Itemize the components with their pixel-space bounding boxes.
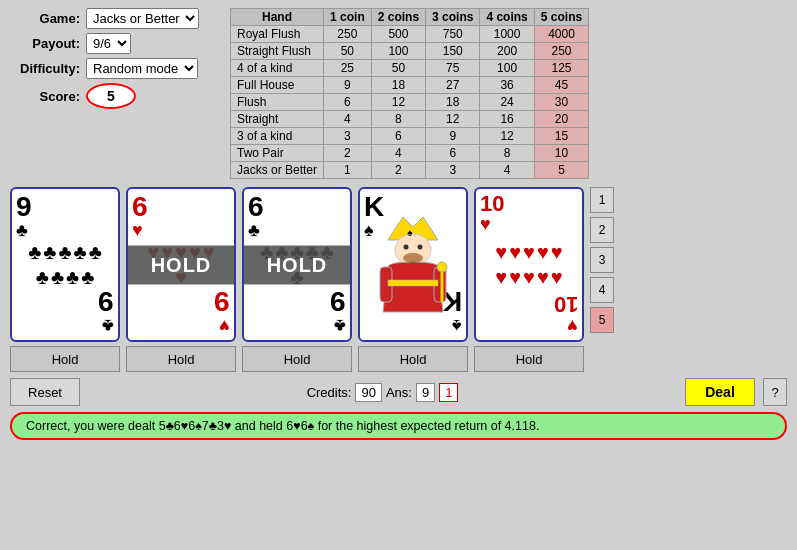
payout-cell-5-1: 4 [324, 111, 372, 128]
credits-area: Credits: 90 Ans: 9 1 [88, 383, 677, 402]
game-row: Game: Jacks or Better [10, 8, 210, 29]
payout-cell-7-1: 2 [324, 145, 372, 162]
svg-rect-6 [388, 280, 438, 286]
difficulty-select[interactable]: Random mode [86, 58, 198, 79]
payout-cell-2-4: 100 [480, 60, 534, 77]
side-btn-5[interactable]: 5 [590, 307, 614, 333]
payout-cell-1-2: 100 [371, 43, 425, 60]
col-2coins: 2 coins [371, 9, 425, 26]
payout-cell-8-3: 3 [426, 162, 480, 179]
payout-cell-7-2: 4 [371, 145, 425, 162]
card-1-pips: ♣ ♣ ♣ ♣ ♣ ♣ ♣ ♣ ♣ [25, 241, 105, 289]
payout-cell-4-3: 18 [426, 94, 480, 111]
score-display: 5 [86, 83, 136, 109]
game-select[interactable]: Jacks or Better [86, 8, 199, 29]
hold-banner-2: HOLD [128, 245, 234, 284]
ans-value: 9 [416, 383, 435, 402]
card-5-pips: ♥ ♥ ♥ ♥ ♥ ♥ ♥ ♥ ♥ ♥ [489, 241, 569, 289]
payout-cell-4-0: Flush [231, 94, 324, 111]
reset-button[interactable]: Reset [10, 378, 80, 406]
score-label: Score: [10, 89, 80, 104]
payout-cell-6-5: 15 [534, 128, 588, 145]
payout-cell-0-5: 4000 [534, 26, 588, 43]
payout-cell-5-3: 12 [426, 111, 480, 128]
svg-point-5 [437, 262, 447, 272]
difficulty-label: Difficulty: [10, 61, 80, 76]
side-buttons: 1 2 3 4 5 [590, 187, 614, 333]
card-1: 9 ♣ ♣ ♣ ♣ ♣ ♣ ♣ ♣ ♣ ♣ 9 ♣ [10, 187, 120, 342]
payout-cell-8-1: 1 [324, 162, 372, 179]
card-3-rank-bottom: 9 [330, 287, 346, 315]
king-figure: ♠ [368, 212, 458, 317]
svg-point-8 [404, 245, 409, 250]
hold-btn-1[interactable]: Hold [10, 346, 120, 372]
payout-cell-2-1: 25 [324, 60, 372, 77]
payout-cell-2-0: 4 of a kind [231, 60, 324, 77]
card-1-rank-bottom: 9 [98, 287, 114, 315]
deal-button[interactable]: Deal [685, 378, 755, 406]
hold-banner-3: HOLD [244, 245, 350, 284]
payout-cell-5-4: 16 [480, 111, 534, 128]
payout-cell-1-1: 50 [324, 43, 372, 60]
card-2-suit-bottom: ♥ [219, 315, 230, 336]
payout-select[interactable]: 9/6 [86, 33, 131, 54]
payout-cell-5-5: 20 [534, 111, 588, 128]
message-text: Correct, you were dealt 5♣6♥6♠7♣3♥ and h… [26, 419, 539, 433]
payout-cell-0-4: 1000 [480, 26, 534, 43]
payout-cell-7-4: 8 [480, 145, 534, 162]
card-4: K ♠ K ♠ [358, 187, 468, 342]
card-3-suit-top: ♣ [248, 221, 260, 239]
ans-alt-value: 1 [439, 383, 458, 402]
payout-cell-0-3: 750 [426, 26, 480, 43]
payout-cell-5-0: Straight [231, 111, 324, 128]
side-btn-4[interactable]: 4 [590, 277, 614, 303]
payout-row: Payout: 9/6 [10, 33, 210, 54]
payout-cell-8-2: 2 [371, 162, 425, 179]
svg-point-7 [403, 253, 423, 263]
payout-cell-6-3: 9 [426, 128, 480, 145]
col-3coins: 3 coins [426, 9, 480, 26]
payout-cell-1-4: 200 [480, 43, 534, 60]
hold-btn-5[interactable]: Hold [474, 346, 584, 372]
payout-table-container: Hand 1 coin 2 coins 3 coins 4 coins 5 co… [230, 8, 589, 179]
side-btn-2[interactable]: 2 [590, 217, 614, 243]
card-slot-2: 6 ♥ ♥ ♥ ♥ ♥ ♥ ♥ 9 ♥ HOLD Hold [126, 187, 236, 372]
hold-btn-4[interactable]: Hold [358, 346, 468, 372]
payout-cell-6-4: 12 [480, 128, 534, 145]
card-2-rank: 6 [132, 193, 148, 221]
card-2-rank-bottom: 9 [214, 287, 230, 315]
card-slot-4: K ♠ K ♠ [358, 187, 468, 372]
help-button[interactable]: ? [763, 378, 787, 406]
message-bar: Correct, you were dealt 5♣6♥6♠7♣3♥ and h… [10, 412, 787, 440]
payout-cell-3-3: 27 [426, 77, 480, 94]
score-row: Score: 5 [10, 83, 210, 109]
payout-cell-0-0: Royal Flush [231, 26, 324, 43]
card-5-rank: 10 [480, 193, 504, 215]
card-5: 10 ♥ ♥ ♥ ♥ ♥ ♥ ♥ ♥ ♥ ♥ ♥ 10 ♥ [474, 187, 584, 342]
card-1-suit-top: ♣ [16, 221, 28, 239]
payout-cell-6-1: 3 [324, 128, 372, 145]
payout-cell-3-2: 18 [371, 77, 425, 94]
payout-cell-1-3: 150 [426, 43, 480, 60]
card-1-suit-bottom: ♣ [102, 315, 114, 336]
card-slot-5: 10 ♥ ♥ ♥ ♥ ♥ ♥ ♥ ♥ ♥ ♥ ♥ 10 ♥ [474, 187, 584, 372]
payout-cell-4-2: 12 [371, 94, 425, 111]
card-4-suit-bottom: ♠ [452, 315, 462, 336]
card-5-rank-bottom: 10 [554, 293, 578, 315]
payout-cell-1-0: Straight Flush [231, 43, 324, 60]
card-slot-1: 9 ♣ ♣ ♣ ♣ ♣ ♣ ♣ ♣ ♣ ♣ 9 ♣ [10, 187, 120, 372]
side-btn-1[interactable]: 1 [590, 187, 614, 213]
side-btn-3[interactable]: 3 [590, 247, 614, 273]
col-1coin: 1 coin [324, 9, 372, 26]
hold-btn-2[interactable]: Hold [126, 346, 236, 372]
card-2: 6 ♥ ♥ ♥ ♥ ♥ ♥ ♥ 9 ♥ HOLD [126, 187, 236, 342]
card-5-suit-top: ♥ [480, 215, 491, 233]
payout-cell-8-4: 4 [480, 162, 534, 179]
payout-cell-2-3: 75 [426, 60, 480, 77]
col-hand: Hand [231, 9, 324, 26]
card-3-suit-bottom: ♣ [334, 315, 346, 336]
payout-cell-6-0: 3 of a kind [231, 128, 324, 145]
payout-cell-2-5: 125 [534, 60, 588, 77]
payout-label: Payout: [10, 36, 80, 51]
hold-btn-3[interactable]: Hold [242, 346, 352, 372]
